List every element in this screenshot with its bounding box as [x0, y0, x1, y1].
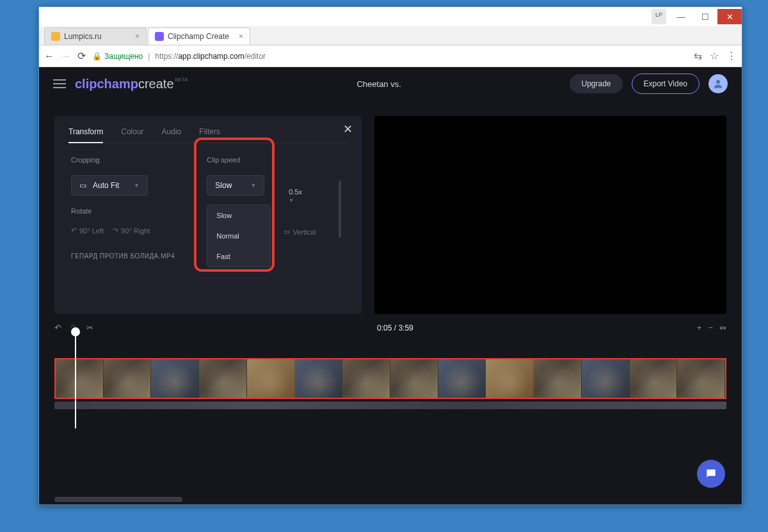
url-field[interactable]: 🔒 Защищено | https://app.clipchamp.com/e…: [92, 52, 687, 61]
tab-audio[interactable]: Audio: [162, 127, 182, 136]
hamburger-icon[interactable]: [53, 79, 66, 88]
browser-tabs: Lumpics.ru × Clipchamp Create ×: [39, 26, 742, 45]
app-logo: clipchampcreateBETA: [75, 77, 188, 91]
playhead[interactable]: [75, 331, 76, 428]
crop-icon: ▭: [79, 181, 86, 190]
addr-actions: ⇆ ☆ ⋮: [694, 50, 737, 62]
clip-thumb[interactable]: [104, 359, 152, 398]
cropping-label: Cropping: [71, 156, 175, 164]
zoom-fit-icon[interactable]: ⇔: [719, 323, 726, 332]
chat-button[interactable]: [697, 460, 725, 488]
forward-icon[interactable]: →: [61, 51, 71, 62]
speed-option-fast[interactable]: Fast: [207, 246, 270, 267]
panel-scrollbar[interactable]: [339, 180, 341, 238]
clip-thumb[interactable]: [486, 359, 534, 398]
speed-dropdown: Slow Normal Fast: [207, 205, 271, 267]
tab-transform[interactable]: Transform: [68, 127, 103, 143]
flip-vertical-button[interactable]: ▭ Vertical: [284, 228, 316, 236]
avatar[interactable]: [708, 74, 728, 93]
speed-option-normal[interactable]: Normal: [207, 226, 270, 246]
favicon-icon: [51, 32, 60, 41]
clip-thumb[interactable]: [56, 359, 104, 398]
clip-thumb[interactable]: [677, 359, 725, 398]
rotate-label: Rotate: [71, 207, 175, 215]
panel-body: Cropping ▭ Auto Fit ▼ Rotate ↶ 90° Left …: [68, 143, 348, 260]
browser-window: LP — ☐ ✕ Lumpics.ru × Clipchamp Create ×…: [38, 6, 742, 505]
address-bar: ← → ⟳ 🔒 Защищено | https://app.clipchamp…: [39, 45, 742, 67]
clip-thumb[interactable]: [582, 359, 630, 398]
app-header: clipchampcreateBETA Cheetan vs. Upgrade …: [39, 67, 742, 100]
translate-icon[interactable]: ⇆: [694, 50, 702, 62]
rotate-controls: ↶ 90° Left ↷ 90° Right: [71, 226, 175, 235]
lock-icon: 🔒: [92, 52, 102, 61]
clip-thumb[interactable]: [247, 359, 295, 398]
cut-icon[interactable]: ✂: [86, 323, 93, 332]
star-icon[interactable]: ☆: [710, 50, 719, 62]
maximize-button[interactable]: ☐: [693, 9, 717, 24]
playhead-time: 0:05 / 3:59: [102, 324, 688, 332]
speed-label: Clip speed: [207, 156, 264, 164]
window-controls: LP — ☐ ✕: [652, 9, 742, 24]
cropping-col: Cropping ▭ Auto Fit ▼ Rotate ↶ 90° Left …: [71, 156, 175, 260]
video-track[interactable]: [54, 358, 726, 399]
tab-close-icon[interactable]: ×: [135, 32, 140, 41]
zoom-out-icon[interactable]: −: [708, 323, 713, 332]
upgrade-button[interactable]: Upgrade: [570, 74, 622, 93]
speed-multiplier[interactable]: 0.5x ▼: [289, 188, 302, 203]
lp-badge: LP: [652, 9, 666, 24]
undo-icon[interactable]: ↶: [54, 323, 61, 332]
zoom-in-icon[interactable]: +: [697, 323, 702, 332]
edit-panel: ✕ Transform Colour Audio Filters Croppin…: [54, 116, 362, 314]
tab-colour[interactable]: Colour: [121, 127, 143, 136]
clip-filename: ГЕПАРД ПРОТИВ БОЛИДА.MP4: [71, 253, 175, 260]
speed-col: Clip speed Slow ▼ 0.5x ▼ Slow Normal Fas…: [207, 156, 264, 260]
clip-thumb[interactable]: [630, 359, 678, 398]
timeline[interactable]: [54, 339, 726, 416]
menu-icon[interactable]: ⋮: [726, 50, 737, 62]
back-icon[interactable]: ←: [44, 51, 54, 62]
cropping-select[interactable]: ▭ Auto Fit ▼: [71, 175, 148, 196]
audio-track[interactable]: [54, 402, 726, 409]
close-button[interactable]: ✕: [717, 9, 742, 24]
user-icon: [712, 78, 724, 90]
clip-thumb[interactable]: [151, 359, 199, 398]
clip-thumb[interactable]: [342, 359, 390, 398]
svg-point-0: [716, 80, 720, 84]
project-title[interactable]: Cheetan vs.: [197, 79, 561, 89]
flip-controls: ▯ l ▭ Vertical: [267, 228, 316, 236]
panel-close-icon[interactable]: ✕: [343, 122, 353, 136]
chevron-down-icon: ▼: [250, 182, 256, 189]
timeline-toolbar: ↶ ↷ ✂ 0:05 / 3:59 + − ⇔: [39, 314, 742, 332]
panel-tabs: Transform Colour Audio Filters: [68, 127, 348, 143]
tab-lumpics[interactable]: Lumpics.ru ×: [44, 27, 147, 45]
rotate-left-button[interactable]: ↶ 90° Left: [71, 226, 104, 235]
tab-label: Lumpics.ru: [64, 32, 102, 41]
chevron-down-icon: ▼: [134, 182, 140, 189]
clip-thumb[interactable]: [295, 359, 343, 398]
clip-thumb[interactable]: [390, 359, 438, 398]
horizontal-scrollbar[interactable]: [54, 497, 182, 502]
tab-label: Clipchamp Create: [168, 32, 229, 41]
chat-icon: [705, 467, 717, 480]
minimize-button[interactable]: —: [669, 9, 693, 24]
titlebar: LP — ☐ ✕: [39, 7, 742, 26]
export-button[interactable]: Export Video: [632, 74, 700, 94]
clip-thumb[interactable]: [534, 359, 582, 398]
tab-close-icon[interactable]: ×: [239, 32, 243, 41]
clip-thumb[interactable]: [199, 359, 247, 398]
clipchamp-app: clipchampcreateBETA Cheetan vs. Upgrade …: [39, 67, 742, 505]
reload-icon[interactable]: ⟳: [77, 50, 86, 62]
secure-badge: 🔒 Защищено: [92, 52, 143, 61]
clip-thumb[interactable]: [438, 359, 486, 398]
speed-select[interactable]: Slow ▼: [207, 175, 264, 196]
rotate-right-button[interactable]: ↷ 90° Right: [113, 226, 150, 235]
tab-clipchamp[interactable]: Clipchamp Create ×: [148, 27, 250, 45]
tab-filters[interactable]: Filters: [199, 127, 220, 136]
favicon-icon: [155, 32, 164, 41]
video-preview[interactable]: [374, 116, 726, 314]
speed-option-slow[interactable]: Slow: [207, 205, 270, 226]
workspace: ✕ Transform Colour Audio Filters Croppin…: [39, 100, 742, 314]
